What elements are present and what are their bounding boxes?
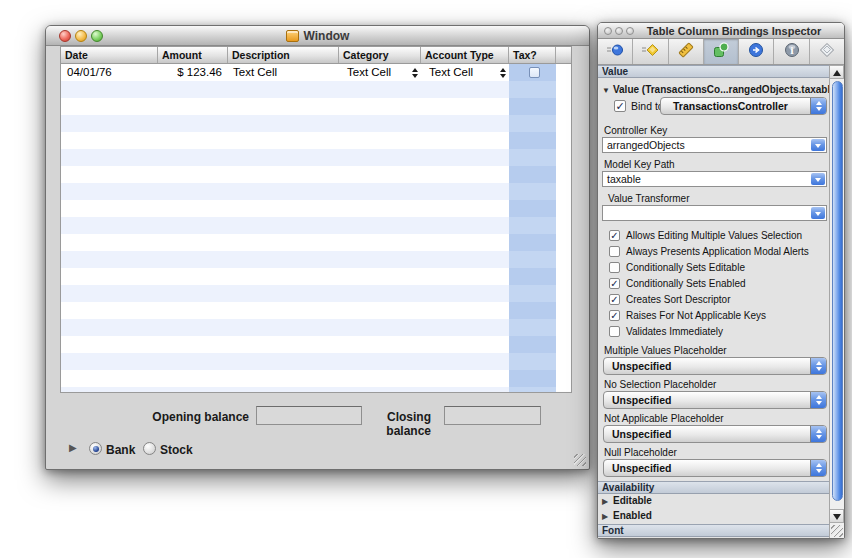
scroll-down-arrow-icon[interactable] — [830, 509, 844, 523]
inspector-minimize-button[interactable] — [615, 27, 623, 35]
table-row[interactable] — [61, 64, 556, 81]
placeholder-popup-value: Unspecified — [612, 394, 672, 406]
disclosure-row-font[interactable]: ▶Font — [598, 537, 831, 538]
binding-title: Value (TransactionsCo...rangedObjects.ta… — [613, 84, 831, 95]
radio-bank-label[interactable]: Bank — [106, 443, 135, 457]
table-row[interactable] — [61, 183, 556, 200]
category-stepper-icon[interactable] — [411, 67, 419, 79]
inspector-resize-grip[interactable] — [831, 525, 843, 537]
column-header-tax[interactable]: Tax? — [509, 47, 556, 63]
binding-options-list: ✓Allows Editing Multiple Values Selectio… — [598, 229, 831, 341]
disclosure-triangle-icon[interactable]: ▶ — [69, 442, 77, 453]
table-row[interactable] — [61, 302, 556, 319]
option-label: Conditionally Sets Enabled — [626, 278, 746, 289]
account-type-stepper-icon[interactable] — [499, 67, 507, 79]
value-transformer-combo[interactable] — [602, 205, 827, 221]
value-section-header[interactable]: Value — [598, 65, 831, 78]
option-checkbox[interactable]: ✓ — [609, 294, 620, 305]
inspector-scrollbar[interactable] — [829, 65, 844, 538]
inspector-titlebar[interactable]: Table Column Bindings Inspector — [598, 23, 844, 39]
table-row[interactable] — [61, 200, 556, 217]
column-header-date[interactable]: Date — [61, 47, 158, 63]
placeholder-popup[interactable]: Unspecified — [603, 357, 827, 375]
option-checkbox[interactable] — [609, 262, 620, 273]
placeholder-popup[interactable]: Unspecified — [603, 391, 827, 409]
column-header-amount[interactable]: Amount — [158, 47, 228, 63]
table-row[interactable] — [61, 285, 556, 302]
table-row[interactable] — [61, 336, 556, 353]
resize-grip[interactable] — [574, 454, 586, 466]
column-header-account-type[interactable]: Account Type — [421, 47, 509, 63]
window-title-area: Window — [46, 29, 589, 43]
attributes-inspector-button[interactable] — [598, 39, 633, 64]
table-body[interactable]: 04/01/76 $ 123.46 Text Cell Text Cell Te… — [61, 64, 571, 392]
cell-description[interactable]: Text Cell — [233, 66, 277, 78]
table-row[interactable] — [61, 115, 556, 132]
inspector-close-button[interactable] — [604, 27, 612, 35]
controller-key-combo[interactable]: arrangedObjects — [602, 137, 827, 153]
column-header-filler — [556, 47, 571, 63]
column-header-description[interactable]: Description — [228, 47, 339, 63]
table-row[interactable] — [61, 251, 556, 268]
availability-section-header[interactable]: Availability — [598, 481, 831, 494]
option-checkbox[interactable]: ✓ — [609, 278, 620, 289]
connections-icon — [748, 42, 764, 62]
table-row[interactable] — [61, 268, 556, 285]
scrollbar-thumb[interactable] — [832, 81, 843, 501]
table-row[interactable] — [61, 370, 556, 387]
font-section-header[interactable]: Font — [598, 524, 831, 537]
scroll-up-arrow-icon[interactable] — [830, 65, 844, 79]
placeholder-popup-value: Unspecified — [612, 428, 672, 440]
selected-column-highlight[interactable] — [509, 64, 556, 392]
popup-arrows-icon — [810, 358, 826, 374]
closing-balance-field[interactable] — [444, 406, 541, 425]
binding-title-row[interactable]: ▼Value (TransactionsCo...rangedObjects.t… — [602, 84, 831, 95]
table-row[interactable] — [61, 217, 556, 234]
bindings-inspector-button[interactable] — [704, 39, 739, 64]
table-row[interactable] — [61, 353, 556, 370]
option-checkbox[interactable] — [609, 246, 620, 257]
table-row[interactable] — [61, 149, 556, 166]
cell-amount[interactable]: $ 123.46 — [158, 66, 222, 78]
combo-dropdown-icon[interactable] — [811, 173, 825, 185]
combo-dropdown-icon[interactable] — [811, 207, 825, 219]
disclosure-label: Editable — [613, 495, 652, 506]
table-row[interactable] — [61, 81, 556, 98]
applescript-inspector-button[interactable] — [810, 39, 844, 64]
cell-category[interactable]: Text Cell — [347, 66, 391, 78]
model-key-path-combo[interactable]: taxable — [602, 171, 827, 187]
table-row[interactable] — [61, 166, 556, 183]
cell-account-type[interactable]: Text Cell — [429, 66, 473, 78]
placeholder-popup[interactable]: Unspecified — [603, 459, 827, 477]
column-header-label: Account Type — [425, 49, 494, 61]
option-row: Conditionally Sets Editable — [598, 261, 831, 277]
combo-dropdown-icon[interactable] — [811, 139, 825, 151]
titlebar[interactable]: Window — [46, 26, 589, 46]
connections-inspector-button[interactable] — [739, 39, 774, 64]
option-checkbox[interactable]: ✓ — [609, 310, 620, 321]
bind-to-popup[interactable]: TransactionsController — [660, 97, 827, 115]
option-checkbox[interactable] — [609, 326, 620, 337]
inspector-zoom-button[interactable] — [626, 27, 634, 35]
option-label: Conditionally Sets Editable — [626, 262, 745, 273]
table-row[interactable] — [61, 387, 556, 392]
radio-stock-label[interactable]: Stock — [160, 443, 193, 457]
column-header-category[interactable]: Category — [339, 47, 421, 63]
cell-date[interactable]: 04/01/76 — [67, 66, 112, 78]
table-row[interactable] — [61, 319, 556, 336]
table-row[interactable] — [61, 98, 556, 115]
size-inspector-button[interactable] — [669, 39, 704, 64]
table-row[interactable] — [61, 132, 556, 149]
effects-inspector-button[interactable] — [633, 39, 668, 64]
transactions-table[interactable]: DateAmountDescriptionCategoryAccount Typ… — [60, 46, 572, 393]
table-row[interactable] — [61, 234, 556, 251]
placeholder-popup[interactable]: Unspecified — [603, 425, 827, 443]
option-checkbox[interactable]: ✓ — [609, 230, 620, 241]
radio-bank[interactable] — [89, 442, 102, 455]
info-inspector-button[interactable]: i — [774, 39, 809, 64]
disclosure-row-enabled[interactable]: ▶Enabled — [598, 509, 831, 524]
bind-to-checkbox[interactable]: ✓ — [614, 100, 626, 112]
disclosure-row-editable[interactable]: ▶Editable — [598, 494, 831, 509]
tax-checkbox[interactable] — [529, 67, 540, 78]
radio-stock[interactable] — [143, 442, 156, 455]
